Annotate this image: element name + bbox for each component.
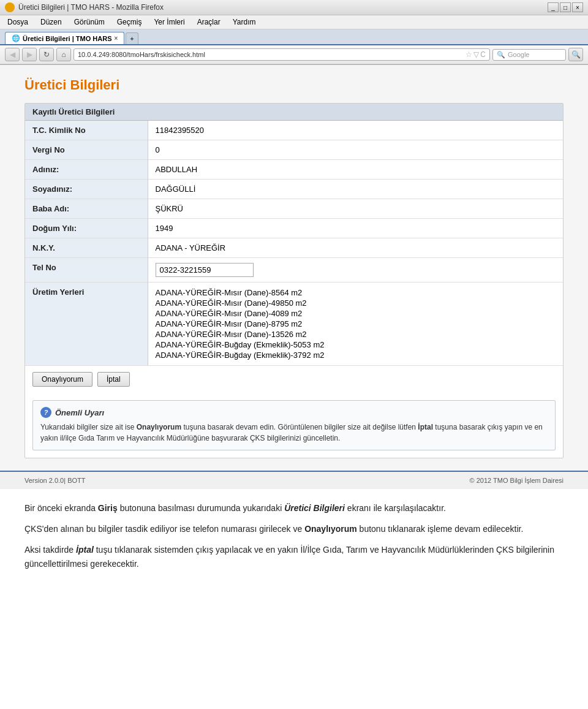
explanatory-para1: Bir önceki ekranda Giriş butonuna basılm… bbox=[24, 501, 564, 516]
list-item: ADANA-YÜREĞİR-Buğday (Ekmeklik)-3792 m2 bbox=[156, 350, 556, 360]
tab-close-button[interactable]: × bbox=[115, 35, 118, 42]
exp-plain2: ÇKS'den alınan bu bilgiler tasdik ediliy… bbox=[24, 524, 304, 534]
tab-favicon: 🌐 bbox=[12, 34, 20, 42]
active-tab[interactable]: 🌐 Üretici Bilgileri | TMO HARS × bbox=[5, 32, 124, 44]
field-value-uretim: ADANA-YÜREĞİR-Mısır (Dane)-8564 m2 ADANA… bbox=[148, 282, 563, 366]
explanatory-para3: Aksi takdirde İptal tuşu tıklanarak sist… bbox=[24, 543, 564, 572]
browser-icon bbox=[5, 2, 15, 12]
field-label-adi: Adınız: bbox=[25, 160, 148, 180]
warning-icon: ? bbox=[40, 407, 51, 418]
exp-plain2b: butonu tıklanarak işleme devam edilecekt… bbox=[357, 524, 524, 534]
exp-italic1: Üretici Bilgileri bbox=[284, 503, 345, 513]
menu-bar: Dosya Düzen Görünüm Geçmiş Yer İmleri Ar… bbox=[0, 15, 588, 29]
home-button[interactable]: ⌂ bbox=[56, 48, 71, 61]
field-value-tc: 11842395520 bbox=[148, 121, 563, 140]
footer-version: Version 2.0.0| BOTT bbox=[24, 477, 85, 484]
exp-plain1: Bir önceki ekranda bbox=[24, 503, 98, 513]
window-title: Üretici Bilgileri | TMO HARS - Mozilla F… bbox=[18, 3, 544, 12]
field-label-uretim: Üretim Yerleri bbox=[25, 282, 148, 366]
address-text: 10.0.4.249:8080/tmoHars/frskisicheck.htm… bbox=[78, 51, 466, 58]
search-button[interactable]: 🔍 bbox=[568, 48, 583, 61]
list-item: ADANA-YÜREĞİR-Mısır (Dane)-49850 m2 bbox=[156, 298, 556, 308]
list-item: ADANA-YÜREĞİR-Buğday (Ekmeklik)-5053 m2 bbox=[156, 339, 556, 350]
warning-bold2: İptal bbox=[418, 423, 433, 431]
search-label: Google bbox=[508, 51, 529, 58]
field-value-vergi: 0 bbox=[148, 140, 563, 160]
production-list: ADANA-YÜREĞİR-Mısır (Dane)-8564 m2 ADANA… bbox=[156, 287, 556, 360]
new-tab-button[interactable]: + bbox=[126, 32, 138, 44]
table-row: Tel No bbox=[25, 258, 563, 282]
title-bar: Üretici Bilgileri | TMO HARS - Mozilla F… bbox=[0, 0, 588, 15]
explanatory-para2: ÇKS'den alınan bu bilgiler tasdik ediliy… bbox=[24, 522, 564, 537]
search-bar[interactable]: 🔍 Google bbox=[492, 49, 566, 61]
minimize-button[interactable]: _ bbox=[548, 2, 559, 12]
info-card: Kayıtlı Üretici Bilgileri T.C. Kimlik No… bbox=[24, 103, 564, 458]
field-label-baba: Baba Adı: bbox=[25, 199, 148, 219]
warning-bold1: Onaylıyorum bbox=[137, 423, 181, 431]
warning-title-text: Önemli Uyarı bbox=[55, 408, 104, 417]
info-table: T.C. Kimlik No 11842395520 Vergi No 0 Ad… bbox=[25, 121, 563, 365]
nav-bar: ◀ ▶ ↻ ⌂ 10.0.4.249:8080/tmoHars/frskisic… bbox=[0, 45, 588, 64]
field-value-adi: ABDULLAH bbox=[148, 160, 563, 180]
exp-plain3: Aksi takdirde bbox=[24, 545, 76, 555]
menu-dosya[interactable]: Dosya bbox=[5, 17, 31, 28]
field-value-tel bbox=[148, 258, 563, 282]
table-row: Soyadınız: DAĞGÜLLİ bbox=[25, 180, 563, 199]
window-buttons: _ □ × bbox=[548, 2, 583, 12]
explanatory-text: Bir önceki ekranda Giriş butonuna basılm… bbox=[0, 489, 588, 584]
exp-plain1c: ekranı ile karşılaşılacaktır. bbox=[345, 503, 446, 513]
menu-araclar[interactable]: Araçlar bbox=[195, 17, 223, 28]
table-row: T.C. Kimlik No 11842395520 bbox=[25, 121, 563, 140]
bookmark-icons: ☆ ▽ C bbox=[466, 50, 486, 59]
search-engine-icon: 🔍 bbox=[497, 51, 505, 59]
footer-copyright: © 2012 TMO Bilgi İşlem Dairesi bbox=[470, 477, 564, 484]
maximize-button[interactable]: □ bbox=[560, 2, 571, 12]
page-title: Üretici Bilgileri bbox=[24, 77, 564, 93]
warning-plain1: Yukarıdaki bilgiler size ait ise bbox=[40, 423, 137, 431]
menu-yerimleri[interactable]: Yer İmleri bbox=[151, 17, 187, 28]
page-content: Üretici Bilgileri Kayıtlı Üretici Bilgil… bbox=[0, 65, 588, 471]
reload-button[interactable]: ↻ bbox=[39, 48, 54, 61]
warning-text: Yukarıdaki bilgiler size ait ise Onaylıy… bbox=[40, 422, 548, 444]
exp-bold1: Giriş bbox=[98, 503, 118, 513]
exp-italic2: İptal bbox=[76, 545, 94, 555]
cancel-button[interactable]: İptal bbox=[97, 372, 130, 387]
address-bar[interactable]: 10.0.4.249:8080/tmoHars/frskisicheck.htm… bbox=[74, 48, 490, 61]
menu-gorunum[interactable]: Görünüm bbox=[72, 17, 107, 28]
field-label-soyadi: Soyadınız: bbox=[25, 180, 148, 199]
list-item: ADANA-YÜREĞİR-Mısır (Dane)-13526 m2 bbox=[156, 329, 556, 339]
field-label-nky: N.K.Y. bbox=[25, 238, 148, 258]
field-label-tel: Tel No bbox=[25, 258, 148, 282]
back-button[interactable]: ◀ bbox=[5, 48, 20, 61]
close-button[interactable]: × bbox=[572, 2, 583, 12]
refresh-small-icon: C bbox=[480, 50, 486, 59]
table-row: Baba Adı: ŞÜKRÜ bbox=[25, 199, 563, 219]
list-item: ADANA-YÜREĞİR-Mısır (Dane)-8795 m2 bbox=[156, 319, 556, 329]
table-row: Adınız: ABDULLAH bbox=[25, 160, 563, 180]
table-row: Vergi No 0 bbox=[25, 140, 563, 160]
table-row: N.K.Y. ADANA - YÜREĞİR bbox=[25, 238, 563, 258]
exp-bold2: Onaylıyorum bbox=[304, 524, 357, 534]
tel-input[interactable] bbox=[156, 263, 254, 277]
footer: Version 2.0.0| BOTT © 2012 TMO Bilgi İşl… bbox=[0, 471, 588, 489]
field-label-vergi: Vergi No bbox=[25, 140, 148, 160]
field-value-baba: ŞÜKRÜ bbox=[148, 199, 563, 219]
list-item: ADANA-YÜREĞİR-Mısır (Dane)-8564 m2 bbox=[156, 287, 556, 298]
field-label-dogum: Doğum Yılı: bbox=[25, 219, 148, 238]
menu-duzen[interactable]: Düzen bbox=[38, 17, 64, 28]
forward-button[interactable]: ▶ bbox=[22, 48, 37, 61]
bookmark-down-icon: ▽ bbox=[473, 50, 479, 59]
table-row: Doğum Yılı: 1949 bbox=[25, 219, 563, 238]
field-value-nky: ADANA - YÜREĞİR bbox=[148, 238, 563, 258]
tab-label: Üretici Bilgileri | TMO HARS bbox=[23, 35, 112, 42]
tab-bar: 🌐 Üretici Bilgileri | TMO HARS × + bbox=[0, 29, 588, 45]
exp-plain1b: butonuna basılması durumunda yukarıdaki bbox=[118, 503, 284, 513]
confirm-button[interactable]: Onaylıyorum bbox=[32, 372, 92, 387]
list-item: ADANA-YÜREĞİR-Mısır (Dane)-4089 m2 bbox=[156, 308, 556, 319]
menu-yardim[interactable]: Yardım bbox=[230, 17, 258, 28]
exp-plain3b: tuşu tıklanarak sistemden çıkış yapılaca… bbox=[24, 545, 554, 569]
action-row: Onaylıyorum İptal bbox=[25, 365, 563, 393]
table-row: Üretim Yerleri ADANA-YÜREĞİR-Mısır (Dane… bbox=[25, 282, 563, 366]
menu-gecmis[interactable]: Geçmiş bbox=[115, 17, 145, 28]
star-icon: ☆ bbox=[466, 50, 472, 59]
